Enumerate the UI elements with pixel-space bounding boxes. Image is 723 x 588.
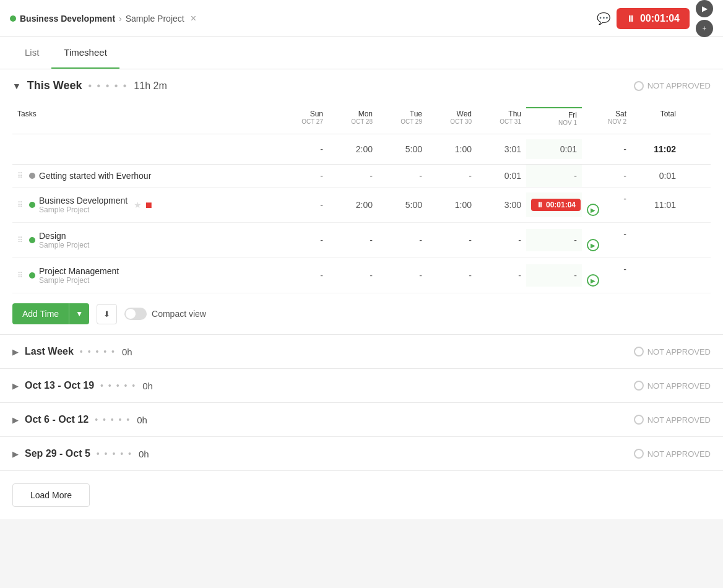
last-week-section[interactable]: ▶ Last Week • • • • • 0h NOT APPROVED	[0, 335, 723, 369]
task-sun[interactable]: -	[279, 229, 328, 251]
add-time-button[interactable]: Add Time	[12, 303, 69, 324]
task-sun[interactable]: -	[279, 165, 328, 187]
oct6-title: Oct 6 - Oct 12	[25, 414, 89, 425]
oct13-hours: 0h	[142, 381, 153, 391]
status-circle-icon	[634, 81, 644, 91]
task-sun[interactable]: -	[279, 264, 328, 287]
action-icons: ▶ +	[696, 0, 713, 37]
add-time-dropdown-button[interactable]: ▼	[69, 303, 89, 324]
table-row: ⠿ Design Sample Project - - - - - -	[12, 223, 711, 258]
chat-icon[interactable]: 💬	[597, 12, 610, 25]
drag-handle-icon[interactable]: ⠿	[17, 271, 23, 280]
total-wed: 1:00	[427, 139, 477, 159]
compact-view-label: Compact view	[152, 309, 206, 319]
task-total: 11:01	[631, 194, 681, 216]
add-action-button[interactable]: +	[696, 20, 713, 37]
drag-handle-icon[interactable]: ⠿	[17, 171, 23, 180]
total-fri: 0:01	[526, 139, 582, 159]
total-mon: 2:00	[328, 139, 378, 159]
task-wed[interactable]: -	[427, 264, 477, 287]
task-tue[interactable]: 5:00	[378, 194, 427, 216]
task-title: Business Development	[39, 196, 128, 205]
timer-badge-time: 00:01:04	[546, 201, 576, 209]
status-circle-icon	[634, 347, 644, 357]
breadcrumb-separator: ›	[119, 14, 122, 24]
last-week-title: Last Week	[25, 346, 74, 357]
task-mon[interactable]: -	[328, 229, 378, 251]
task-wed[interactable]: 1:00	[427, 194, 477, 216]
play-circle-icon[interactable]: ▶	[587, 239, 599, 251]
this-week-dots[interactable]: • • • • •	[89, 80, 128, 92]
timer-button[interactable]: ⏸ 00:01:04	[617, 8, 690, 29]
last-week-dots[interactable]: • • • • •	[80, 347, 116, 357]
drag-handle-icon[interactable]: ⠿	[17, 236, 23, 244]
column-mon: Mon OCT 28	[328, 107, 378, 129]
add-time-wrapper: Add Time ▼	[12, 303, 89, 324]
oct13-status: NOT APPROVED	[634, 381, 711, 391]
task-mon[interactable]: -	[328, 264, 378, 287]
task-fri[interactable]: ⏸ 00:01:04	[526, 192, 582, 217]
play-circle-icon[interactable]: ▶	[587, 274, 599, 287]
task-fri[interactable]: -	[526, 229, 582, 251]
project-status-dot	[10, 15, 16, 22]
oct13-title: Oct 13 - Oct 19	[25, 380, 94, 391]
task-sat[interactable]: -	[582, 165, 631, 187]
load-more-button[interactable]: Load More	[12, 483, 90, 507]
task-thu[interactable]: 0:01	[477, 165, 526, 187]
task-sun[interactable]: -	[279, 194, 328, 216]
content-area: ▼ This Week • • • • • 11h 2m NOT APPROVE…	[0, 69, 723, 519]
task-dot	[29, 237, 35, 243]
task-tue[interactable]: -	[378, 229, 427, 251]
oct13-oct19-section[interactable]: ▶ Oct 13 - Oct 19 • • • • • 0h NOT APPRO…	[0, 369, 723, 403]
task-fri[interactable]: -	[526, 264, 582, 287]
task-thu[interactable]: -	[477, 264, 526, 287]
task-sat[interactable]: - ▶	[582, 223, 631, 257]
table-row: ⠿ Business Development Sample Project ★ …	[12, 188, 711, 223]
star-icon[interactable]: ★	[134, 200, 142, 210]
task-name-cell: ⠿ Project Management Sample Project	[12, 260, 279, 291]
compact-view-toggle: Compact view	[124, 308, 206, 320]
task-mon[interactable]: -	[328, 165, 378, 187]
oct6-oct12-section[interactable]: ▶ Oct 6 - Oct 12 • • • • • 0h NOT APPROV…	[0, 403, 723, 437]
task-thu[interactable]: -	[477, 229, 526, 251]
tab-timesheet[interactable]: Timesheet	[51, 37, 119, 69]
oct6-dots[interactable]: • • • • •	[95, 415, 131, 425]
this-week-section: ▼ This Week • • • • • 11h 2m NOT APPROVE…	[0, 69, 723, 335]
task-name-cell: ⠿ Design Sample Project	[12, 225, 279, 256]
column-total: Total	[631, 107, 681, 129]
task-subtitle: Sample Project	[39, 276, 119, 285]
task-tue[interactable]: -	[378, 165, 427, 187]
column-thu: Thu OCT 31	[477, 107, 526, 129]
breadcrumb: Business Development › Sample Project ×	[10, 13, 196, 24]
tab-list[interactable]: List	[12, 37, 51, 69]
download-button[interactable]: ⬇	[97, 304, 117, 324]
table-row: ⠿ Project Management Sample Project - - …	[12, 258, 711, 293]
task-wed[interactable]: -	[427, 229, 477, 251]
compact-toggle-switch[interactable]	[124, 308, 147, 320]
total-sat: -	[582, 139, 631, 159]
task-sat[interactable]: - ▶	[582, 258, 631, 293]
oct13-dots[interactable]: • • • • •	[100, 381, 136, 391]
total-label	[12, 139, 279, 159]
sep29-dots[interactable]: • • • • •	[97, 449, 132, 459]
add-time-bar: Add Time ▼ ⬇ Compact view	[0, 293, 723, 334]
sep29-oct5-section[interactable]: ▶ Sep 29 - Oct 5 • • • • • 0h NOT APPROV…	[0, 437, 723, 471]
task-title: Design	[39, 231, 89, 241]
task-tue[interactable]: -	[378, 264, 427, 287]
task-mon[interactable]: 2:00	[328, 194, 378, 216]
task-wed[interactable]: -	[427, 165, 477, 187]
play-action-button[interactable]: ▶	[696, 0, 713, 17]
stop-icon[interactable]: ⏹	[144, 200, 153, 210]
task-sat[interactable]: - ▶	[582, 188, 631, 222]
close-icon[interactable]: ×	[191, 13, 196, 24]
last-week-hours: 0h	[122, 347, 132, 357]
task-fri[interactable]: -	[526, 165, 582, 187]
project-name: Business Development	[20, 14, 115, 24]
task-thu[interactable]: 3:00	[477, 194, 526, 216]
play-circle-icon[interactable]: ▶	[587, 204, 599, 216]
chevron-right-icon: ▶	[12, 449, 19, 459]
drag-handle-icon[interactable]: ⠿	[17, 201, 23, 209]
column-fri: Fri NOV 1	[526, 107, 582, 129]
active-timer-badge[interactable]: ⏸ 00:01:04	[531, 199, 581, 211]
this-week-toggle[interactable]: ▼	[12, 81, 21, 91]
